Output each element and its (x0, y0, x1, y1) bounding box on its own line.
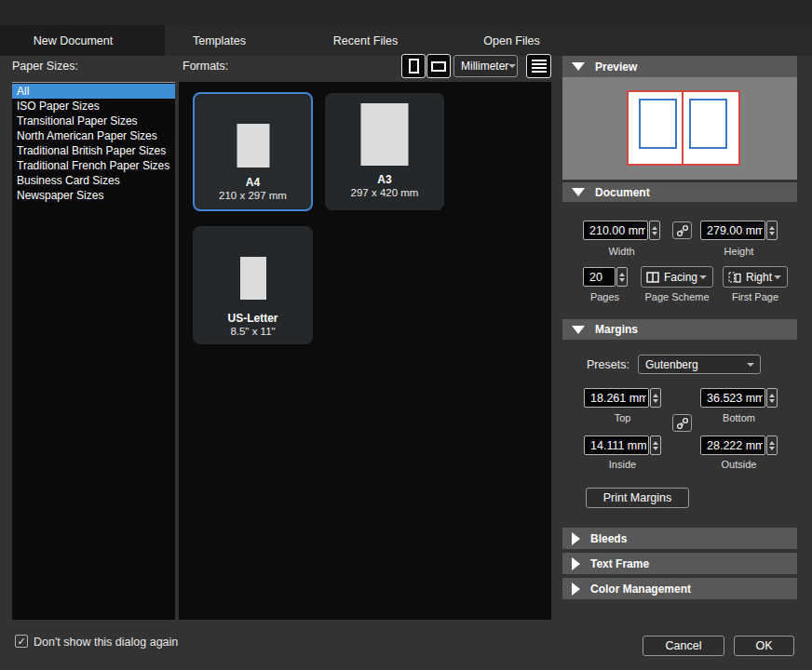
format-card-name: US-Letter (193, 312, 313, 325)
tab-new-document[interactable]: New Document (0, 25, 146, 56)
page-preview (562, 77, 797, 180)
portrait-orientation-button[interactable] (401, 54, 426, 78)
pages-input[interactable] (583, 267, 616, 287)
height-label: Height (700, 246, 778, 257)
format-card-a4[interactable]: A4 210 x 297 mm (193, 92, 313, 211)
list-view-icon (532, 60, 547, 73)
expand-arrow-icon (572, 583, 580, 596)
window-top-strip (0, 0, 812, 25)
list-item[interactable]: All (12, 84, 175, 99)
expand-arrow-icon (572, 557, 580, 570)
pages-spinbox (583, 267, 628, 287)
print-margins-button[interactable]: Print Margins (586, 488, 689, 508)
list-item[interactable]: Business Card Sizes (12, 173, 175, 188)
margin-bottom-stepper[interactable] (766, 388, 778, 408)
unit-dropdown[interactable]: Millimeter (453, 55, 518, 77)
link-margins-button[interactable] (672, 414, 692, 432)
margin-outside-input[interactable] (700, 436, 765, 455)
checkmark-icon: ✓ (17, 636, 25, 647)
broken-chain-icon (676, 417, 689, 430)
cancel-button[interactable]: Cancel (643, 636, 724, 656)
collapse-arrow-icon (572, 62, 585, 71)
paper-sizes-list: All ISO Paper Sizes Transitional Paper S… (12, 82, 175, 620)
tab-bar: New Document Templates Recent Files Open… (0, 25, 812, 56)
section-title: Margins (595, 323, 638, 336)
tab-templates[interactable]: Templates (146, 25, 292, 56)
collapse-arrow-icon (572, 188, 585, 196)
width-spinbox (583, 221, 660, 240)
tab-recent-files[interactable]: Recent Files (292, 25, 439, 56)
margin-preset-value: Gutenberg (639, 358, 698, 371)
margin-inside-label: Inside (584, 459, 661, 470)
section-header-document[interactable]: Document (562, 182, 797, 202)
first-page-value: Right (741, 271, 772, 284)
format-card-a3[interactable]: A3 297 x 420 mm (325, 93, 444, 210)
format-card-us-letter[interactable]: US-Letter 8.5" x 11" (193, 226, 313, 344)
height-stepper[interactable] (766, 221, 778, 240)
ok-button[interactable]: OK (734, 636, 794, 656)
height-input[interactable] (700, 221, 765, 240)
page-scheme-dropdown[interactable]: Facing (641, 266, 713, 288)
list-item[interactable]: North American Paper Sizes (12, 128, 175, 143)
margin-inside-spinbox (584, 436, 661, 455)
chevron-down-icon (747, 363, 754, 367)
facing-pages-icon (646, 272, 659, 283)
page-scheme-value: Facing (659, 271, 697, 284)
format-card-dims: 8.5" x 11" (193, 326, 313, 337)
width-stepper[interactable] (649, 221, 660, 240)
section-header-preview[interactable]: Preview (562, 56, 797, 77)
margin-inside-stepper[interactable] (650, 436, 661, 455)
landscape-orientation-button[interactable] (426, 54, 451, 78)
pages-stepper[interactable] (616, 267, 628, 287)
dont-show-again-checkbox[interactable]: ✓ (15, 635, 28, 648)
section-title: Text Frame (590, 557, 649, 570)
preview-left-margin-guide (639, 99, 677, 149)
section-title: Bleeds (590, 532, 627, 545)
chevron-down-icon (699, 275, 707, 279)
list-item[interactable]: Newspaper Sizes (12, 188, 175, 203)
first-page-right-icon (728, 272, 741, 283)
margin-outside-spinbox (700, 436, 778, 455)
height-spinbox (700, 221, 778, 240)
chevron-down-icon (508, 64, 516, 68)
section-title: Preview (595, 60, 637, 74)
margin-top-label: Top (584, 412, 661, 423)
list-item[interactable]: Traditional British Paper Sizes (12, 143, 175, 158)
margin-top-input[interactable] (584, 388, 649, 408)
broken-chain-icon (676, 224, 689, 237)
section-header-color-management[interactable]: Color Management (562, 578, 797, 599)
format-card-name: A3 (325, 173, 444, 186)
first-page-label: First Page (723, 291, 788, 302)
list-item[interactable]: Transitional Paper Sizes (12, 114, 175, 128)
section-header-margins[interactable]: Margins (562, 319, 797, 340)
first-page-dropdown[interactable]: Right (723, 266, 788, 288)
link-width-height-button[interactable] (672, 221, 692, 239)
width-input[interactable] (583, 221, 648, 240)
list-item[interactable]: ISO Paper Sizes (12, 99, 175, 114)
paper-sizes-label: Paper Sizes: (12, 60, 78, 73)
margin-bottom-input[interactable] (700, 388, 765, 408)
section-header-bleeds[interactable]: Bleeds (562, 528, 797, 549)
margin-outside-stepper[interactable] (766, 436, 778, 455)
list-view-button[interactable] (526, 54, 551, 78)
section-title: Color Management (590, 583, 691, 596)
tab-open-files[interactable]: Open Files (439, 25, 585, 56)
paper-thumbnail (237, 124, 269, 168)
margin-bottom-label: Bottom (700, 412, 778, 423)
preview-spread (627, 90, 740, 166)
section-title: Document (595, 186, 650, 199)
new-document-dialog: New Document Templates Recent Files Open… (0, 0, 812, 670)
margin-top-stepper[interactable] (650, 388, 661, 408)
width-label: Width (583, 246, 660, 257)
margin-presets-dropdown[interactable]: Gutenberg (638, 355, 761, 374)
expand-arrow-icon (572, 532, 580, 545)
margin-inside-input[interactable] (584, 436, 649, 455)
pages-label: Pages (583, 291, 627, 302)
portrait-icon (409, 59, 419, 74)
landscape-icon (431, 61, 446, 72)
dont-show-again-label: Don't show this dialog again (34, 636, 178, 649)
list-item[interactable]: Traditional French Paper Sizes (12, 158, 175, 173)
section-header-text-frame[interactable]: Text Frame (562, 553, 797, 574)
chevron-down-icon (774, 275, 781, 279)
formats-panel: A4 210 x 297 mm A3 297 x 420 mm US-Lette… (179, 82, 551, 620)
